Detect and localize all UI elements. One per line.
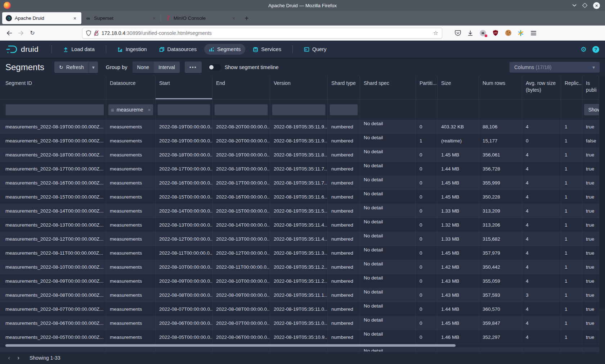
- column-header-shard_spec[interactable]: Shard spec: [360, 76, 416, 100]
- column-header-replication[interactable]: Replic...: [561, 76, 582, 100]
- ublock-origin-icon[interactable]: uO: [490, 28, 501, 38]
- previous-page-button[interactable]: ‹: [4, 353, 14, 363]
- filter-tag-remove-icon[interactable]: ×: [148, 107, 151, 113]
- group-by-none-button[interactable]: None: [133, 62, 154, 73]
- scrollbar-thumb[interactable]: [5, 344, 456, 347]
- tab-minio-console[interactable]: MinIO Console ×: [161, 12, 240, 24]
- filter-show-button[interactable]: Show: [584, 104, 599, 115]
- settings-gear-icon[interactable]: ⚙: [581, 45, 587, 54]
- tab-close-icon[interactable]: ×: [151, 15, 157, 22]
- table-row[interactable]: measurements_2022-08-18T00:00:00.000Z...…: [0, 148, 599, 162]
- table-row[interactable]: measurements_2022-08-16T00:00:00.000Z...…: [0, 176, 599, 190]
- cell-end: 2022-08-13T00:00:00.0...: [212, 232, 270, 246]
- forward-button[interactable]: [15, 28, 27, 38]
- tracking-shield-icon[interactable]: [86, 30, 91, 36]
- languagetool-icon[interactable]: [515, 28, 526, 38]
- reload-button[interactable]: ↻: [27, 28, 38, 38]
- cell-is_published: true: [582, 162, 599, 176]
- column-header-size[interactable]: Size: [438, 76, 479, 100]
- cell-end: 2022-08-08T00:00:00.0...: [212, 302, 270, 316]
- cookie-extension-icon[interactable]: [503, 28, 514, 38]
- table-row[interactable]: measurements_2022-08-10T00:00:00.000Z...…: [0, 260, 599, 274]
- segment-timeline-toggle[interactable]: [208, 64, 221, 70]
- tab-apache-druid[interactable]: Apache Druid ×: [2, 12, 81, 24]
- table-row[interactable]: measurements_2022-08-12T00:00:00.000Z...…: [0, 232, 599, 246]
- extension-multi-account-icon[interactable]: [478, 28, 488, 38]
- window-minimize-button[interactable]: [572, 4, 577, 7]
- tab-close-icon[interactable]: ×: [231, 15, 237, 22]
- nav-item-services[interactable]: Services: [248, 44, 286, 55]
- column-header-num_rows[interactable]: Num rows: [479, 76, 522, 100]
- table-row[interactable]: measurements_2022-08-14T00:00:00.000Z...…: [0, 204, 599, 218]
- refresh-button[interactable]: ↻ Refresh: [54, 62, 89, 73]
- column-header-partition[interactable]: Partiti...: [416, 76, 438, 100]
- filter-input-datasource[interactable]: ≡measureme×: [108, 104, 153, 115]
- filter-input-version[interactable]: [272, 104, 326, 115]
- table-row[interactable]: measurements_2022-08-07T00:00:00.000Z...…: [0, 302, 599, 316]
- cell-partition: 0: [416, 302, 438, 316]
- column-header-avg_row_size[interactable]: Avg. row size (bytes): [522, 76, 561, 100]
- nav-item-ingestion[interactable]: Ingestion: [113, 44, 152, 55]
- column-header-end[interactable]: End: [212, 76, 270, 100]
- tab-superset[interactable]: ∞ Superset ×: [81, 12, 161, 24]
- filter-input-segment_id[interactable]: [5, 104, 104, 115]
- table-row[interactable]: measurements_2022-08-11T00:00:00.000Z...…: [0, 246, 599, 260]
- pocket-icon[interactable]: [452, 28, 463, 38]
- table-row[interactable]: measurements_2022-08-17T00:00:00.000Z...…: [0, 162, 599, 176]
- nav-item-label: Query: [312, 46, 327, 52]
- filter-input-shard_type[interactable]: [330, 104, 358, 115]
- filter-cell-replication: [561, 100, 582, 120]
- column-header-datasource[interactable]: Datasource: [106, 76, 156, 100]
- filter-cell-shard_spec: [360, 100, 416, 120]
- cell-size: 403.32 KB: [438, 120, 479, 133]
- table-row[interactable]: measurements_2022-08-19T00:00:00.000Z...…: [0, 120, 599, 134]
- segments-table: Segment IDDatasourceStartEndVersionShard…: [0, 76, 605, 352]
- filter-input-start[interactable]: [157, 104, 210, 115]
- table-row[interactable]: measurements_2022-08-15T00:00:00.000Z...…: [0, 190, 599, 204]
- column-header-segment_id[interactable]: Segment ID: [0, 76, 106, 100]
- cell-partition: 0: [416, 204, 438, 218]
- group-by-interval-button[interactable]: Interval: [154, 62, 180, 73]
- url-bar[interactable]: 172.18.0.4:30899/unified-console.html#se…: [82, 28, 442, 38]
- bookmark-star-icon[interactable]: ☆: [433, 29, 438, 36]
- table-row[interactable]: measurements_2022-08-09T00:00:00.000Z...…: [0, 274, 599, 288]
- table-row[interactable]: measurements_2022-08-06T00:00:00.000Z...…: [0, 316, 599, 330]
- cell-is_published: true: [582, 260, 599, 274]
- table-row[interactable]: measurements_2022-08-08T00:00:00.000Z...…: [0, 288, 599, 302]
- nav-item-load-data[interactable]: Load data: [58, 44, 99, 55]
- vertical-scrollbar-gutter[interactable]: [599, 76, 605, 308]
- help-icon[interactable]: ?: [592, 46, 599, 53]
- more-options-button[interactable]: •••: [185, 62, 202, 73]
- nav-item-segments[interactable]: Segments: [204, 44, 245, 55]
- tab-close-icon[interactable]: ×: [72, 15, 78, 22]
- filter-cell-num_rows: [479, 100, 522, 120]
- insecure-lock-icon[interactable]: [94, 30, 99, 36]
- column-header-version[interactable]: Version: [270, 76, 328, 100]
- download-icon[interactable]: [465, 28, 476, 38]
- refresh-dropdown-button[interactable]: ▾: [89, 62, 98, 73]
- nav-item-datasources[interactable]: Datasources: [154, 44, 201, 55]
- column-header-is_published[interactable]: Is publi: [582, 76, 599, 100]
- next-page-button[interactable]: ›: [14, 353, 23, 363]
- druid-brand[interactable]: druid: [6, 45, 39, 54]
- horizontal-scrollbar[interactable]: [0, 344, 599, 347]
- table-row[interactable]: measurements_2022-08-05T00:00:00.000Z...…: [0, 330, 599, 344]
- table-row[interactable]: measurements_2022-08-13T00:00:00.000Z...…: [0, 218, 599, 232]
- cell-datasource: measurements: [106, 218, 156, 232]
- cell-datasource: measurements: [106, 204, 156, 218]
- window-maximize-button[interactable]: [582, 3, 587, 8]
- cell-segment_id: [0, 347, 106, 351]
- new-tab-button[interactable]: +: [240, 14, 253, 26]
- url-text: 172.18.0.4:30899/unified-console.html#se…: [102, 30, 433, 36]
- cell-segment_id: measurements_2022-08-07T00:00:00.000Z...: [0, 302, 106, 316]
- table-row[interactable]: measurements_2022-08-19T00:00:00.000Z...…: [0, 134, 599, 148]
- druid-logo-icon: [6, 45, 18, 54]
- nav-item-query[interactable]: Query: [299, 44, 331, 55]
- column-header-shard_type[interactable]: Shard type: [328, 76, 360, 100]
- filter-input-end[interactable]: [214, 104, 268, 115]
- column-header-start[interactable]: Start: [156, 76, 212, 100]
- columns-button[interactable]: Columns (17/18) ▾: [510, 62, 600, 73]
- back-button[interactable]: [4, 28, 15, 38]
- window-close-button[interactable]: ×: [593, 2, 600, 9]
- menu-hamburger-icon[interactable]: [528, 28, 539, 38]
